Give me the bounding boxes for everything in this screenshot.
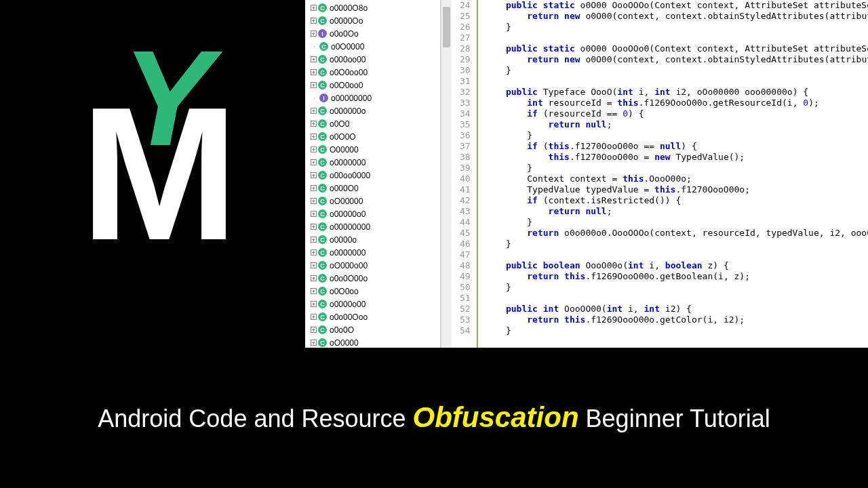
interface-icon: I bbox=[318, 29, 327, 38]
code-line[interactable]: return this.f1269OooO00o.getColor(i, i2)… bbox=[485, 314, 868, 325]
code-line[interactable]: TypedValue typedValue = this.f1270OooO00… bbox=[485, 184, 868, 195]
tree-row[interactable]: +Io0o0Oo bbox=[305, 27, 440, 40]
expand-icon[interactable]: + bbox=[311, 18, 317, 24]
code-line[interactable]: public int OooOO00(int i, int i2) { bbox=[485, 304, 868, 314]
tree-scrollbar[interactable] bbox=[441, 0, 452, 348]
code-line[interactable]: Context context = this.OooO00o; bbox=[485, 174, 868, 184]
expand-icon[interactable]: + bbox=[311, 211, 317, 217]
tree-row[interactable]: +CoO000o00 bbox=[305, 259, 440, 272]
expand-icon[interactable]: + bbox=[311, 262, 317, 268]
class-icon: C bbox=[318, 325, 327, 334]
code-area[interactable]: public static o0O00 OooOOOo(Context cont… bbox=[477, 0, 868, 348]
code-line[interactable]: } bbox=[485, 130, 868, 141]
expand-icon[interactable]: + bbox=[311, 301, 317, 307]
expand-icon[interactable]: + bbox=[311, 30, 317, 37]
tree-row[interactable]: +Co000000o bbox=[305, 104, 440, 117]
tree-item-label: o0o0Oo bbox=[330, 29, 359, 39]
code-line[interactable]: } bbox=[485, 325, 868, 336]
tree-row[interactable]: +Co00000000 bbox=[305, 220, 440, 233]
tree-row[interactable]: +Co00000o0 bbox=[305, 207, 440, 220]
tree-item-label: o00000000 bbox=[330, 222, 370, 232]
expand-icon[interactable]: + bbox=[311, 159, 317, 165]
tree-row[interactable]: +Co0o0O00o bbox=[305, 272, 440, 285]
tree-item-label: o0000o bbox=[330, 235, 357, 245]
code-line[interactable] bbox=[485, 33, 868, 43]
expand-icon[interactable]: + bbox=[311, 340, 317, 346]
expand-icon[interactable]: · bbox=[311, 94, 318, 102]
code-line[interactable]: if (context.isRestricted()) { bbox=[485, 195, 868, 206]
line-number: 27 bbox=[460, 33, 471, 43]
expand-icon[interactable]: · bbox=[311, 43, 318, 50]
expand-icon[interactable]: + bbox=[311, 134, 317, 140]
line-number: 39 bbox=[460, 163, 471, 174]
expand-icon[interactable]: + bbox=[311, 5, 317, 11]
class-tree[interactable]: +Co0000O8o+Co0000Oo+Io0o0Oo·Co0O0000+Co0… bbox=[305, 0, 441, 348]
expand-icon[interactable]: + bbox=[311, 314, 317, 320]
scroll-thumb[interactable] bbox=[443, 7, 450, 47]
code-line[interactable]: this.f1270OooO00o = new TypedValue(); bbox=[485, 152, 868, 163]
expand-icon[interactable]: + bbox=[311, 146, 317, 152]
expand-icon[interactable]: + bbox=[311, 198, 317, 204]
code-line[interactable]: return new o0O00(context, context.obtain… bbox=[485, 11, 868, 22]
code-line[interactable]: return o0o000o0.OooOOOo(context, resourc… bbox=[485, 228, 868, 239]
code-line[interactable]: return this.f1269OooO00o.getBoolean(i, z… bbox=[485, 271, 868, 282]
code-line[interactable]: if (resourceId == 0) { bbox=[485, 108, 868, 119]
code-line[interactable]: public Typeface OooO(int i, int i2, oOo0… bbox=[485, 87, 868, 98]
tree-row[interactable]: ·Co0O0000 bbox=[305, 40, 440, 53]
code-line[interactable]: if (this.f1270OooO00o == null) { bbox=[485, 141, 868, 152]
tree-row[interactable]: +Co0O0 bbox=[305, 117, 440, 130]
expand-icon[interactable]: + bbox=[311, 237, 317, 243]
code-line[interactable] bbox=[485, 249, 868, 260]
tree-row[interactable]: ·Io00000000 bbox=[305, 92, 440, 104]
tree-row[interactable]: +Co0000Oo bbox=[305, 14, 440, 27]
line-number: 43 bbox=[460, 206, 471, 217]
tree-row[interactable]: +Co00oo0000 bbox=[305, 169, 440, 182]
tree-row[interactable]: +Co0O0oo0 bbox=[305, 79, 440, 92]
tree-row[interactable]: +Co0000o00 bbox=[305, 298, 440, 310]
expand-icon[interactable]: + bbox=[311, 56, 317, 62]
code-line[interactable] bbox=[485, 293, 868, 304]
code-line[interactable]: return null; bbox=[485, 206, 868, 217]
tree-row[interactable]: +CoO00000 bbox=[305, 195, 440, 207]
expand-icon[interactable]: + bbox=[311, 82, 317, 88]
expand-icon[interactable]: + bbox=[311, 172, 317, 178]
class-icon: C bbox=[318, 248, 327, 257]
code-line[interactable]: } bbox=[485, 22, 868, 33]
expand-icon[interactable]: + bbox=[311, 224, 317, 230]
tree-row[interactable]: +Co0o0O bbox=[305, 323, 440, 336]
expand-icon[interactable]: + bbox=[311, 185, 317, 191]
tree-row[interactable]: +Co0O0O bbox=[305, 130, 440, 143]
code-line[interactable]: } bbox=[485, 239, 868, 249]
code-line[interactable]: public static o0O00 OooOOOo(Context cont… bbox=[485, 0, 868, 11]
expand-icon[interactable]: + bbox=[311, 69, 317, 75]
expand-icon[interactable]: + bbox=[311, 121, 317, 127]
code-line[interactable] bbox=[485, 76, 868, 87]
code-line[interactable]: } bbox=[485, 217, 868, 228]
expand-icon[interactable]: + bbox=[311, 327, 317, 333]
code-line[interactable]: } bbox=[485, 65, 868, 76]
code-line[interactable]: return new o0O00(context, context.obtain… bbox=[485, 54, 868, 65]
code-line[interactable]: } bbox=[485, 282, 868, 293]
tree-row[interactable]: +Co000O0 bbox=[305, 182, 440, 195]
expand-icon[interactable]: + bbox=[311, 288, 317, 294]
expand-icon[interactable]: + bbox=[311, 275, 317, 281]
code-line[interactable]: return null; bbox=[485, 119, 868, 130]
tree-row[interactable]: +Co0O0oo00 bbox=[305, 66, 440, 79]
code-line[interactable]: public static o0O00 OooOOo0(Context cont… bbox=[485, 43, 868, 54]
tree-row[interactable]: +Co0000000 bbox=[305, 156, 440, 169]
tree-row[interactable]: +Co0000000 bbox=[305, 246, 440, 259]
caption-highlight: Obfuscation bbox=[413, 401, 579, 433]
tree-row[interactable]: +Co0000o bbox=[305, 233, 440, 246]
code-line[interactable]: int resourceId = this.f1269OooO00o.getRe… bbox=[485, 98, 868, 108]
expand-icon[interactable]: + bbox=[311, 249, 317, 256]
tree-row[interactable]: +Co0000O8o bbox=[305, 1, 440, 14]
tree-row[interactable]: +CO00000 bbox=[305, 143, 440, 156]
code-line[interactable]: } bbox=[485, 163, 868, 174]
tree-row[interactable]: +Co000oo00 bbox=[305, 53, 440, 66]
tree-row[interactable]: +CoO0000 bbox=[305, 336, 440, 348]
code-line[interactable]: public boolean OooO00o(int i, boolean z)… bbox=[485, 260, 868, 271]
tree-row[interactable]: +Co0O0oo bbox=[305, 285, 440, 298]
line-number: 50 bbox=[460, 282, 471, 293]
tree-row[interactable]: +Co0o00Ooo bbox=[305, 310, 440, 323]
expand-icon[interactable]: + bbox=[311, 108, 317, 114]
